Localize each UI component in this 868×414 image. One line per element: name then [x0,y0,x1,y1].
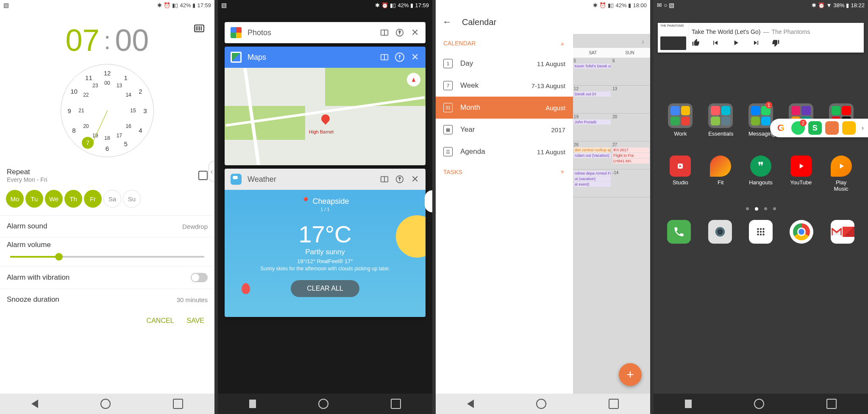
recent-card-maps[interactable]: Maps ✕ High Barnet [225,47,426,165]
balloon-graphic [242,283,250,294]
app-fit[interactable]: Fit [708,156,733,192]
folder-work[interactable]: Work [668,103,693,137]
recent-card-weather[interactable]: Weather ✕ 📍 Cheapside 1 / 1 17°C Partly … [225,169,426,317]
alarm-minute[interactable]: 00 [115,23,149,58]
map-pin-icon [321,114,330,126]
close-icon[interactable]: ✕ [410,175,420,184]
hour-selected[interactable]: 7 [82,137,94,149]
prev-icon[interactable] [711,39,720,47]
day-su[interactable]: Su [123,190,141,208]
alarm-hour[interactable]: 07 [66,23,100,58]
view-day[interactable]: 1 Day 11 August [436,53,573,75]
svg-point-17 [718,230,722,233]
folder-messaging[interactable]: 1Messaging [748,103,773,137]
day-sa[interactable]: Sa [103,190,121,208]
pin-icon[interactable] [395,28,404,37]
google-icon[interactable] [774,121,788,135]
alarm-sound-label[interactable]: Alarm sound [7,222,47,231]
split-icon[interactable] [380,175,389,184]
bluetooth-icon: ✱ [593,2,598,8]
status-bar: ▧ ✱ ⏰ ▮▯ 42% ▮ 17:59 [218,0,432,10]
pin-icon[interactable] [395,53,404,62]
pin-icon[interactable] [395,175,404,184]
volume-slider[interactable] [10,256,204,258]
split-icon[interactable] [380,28,389,37]
calendar-backdrop: › SATSUN 5Kevin Tofel's Derek out (H6 12… [573,34,650,394]
split-icon[interactable] [380,53,389,62]
month-icon: 31 [443,103,453,112]
cancel-button[interactable]: CANCEL [147,317,174,325]
nav-home[interactable] [100,399,111,409]
play-icon[interactable] [731,39,741,47]
nav-back[interactable] [467,400,474,408]
nav-home[interactable] [536,399,546,409]
nav-recent[interactable] [173,399,183,409]
keyboard-icon[interactable] [194,25,204,32]
whatsapp-icon[interactable]: 2 [791,121,805,135]
nav-recent[interactable] [609,399,619,409]
next-icon[interactable] [752,39,760,47]
slack-icon[interactable]: S [808,121,822,135]
svg-point-20 [762,228,764,230]
nav-home[interactable] [754,399,764,409]
clock-face[interactable]: 1200 113 214 315 416 517 618 719 820 921… [61,64,154,157]
folder-essentials[interactable]: Essentials [708,103,733,137]
apps-drawer-icon[interactable] [749,220,773,244]
photos-icon [231,27,242,38]
nav-back[interactable] [249,400,256,408]
clear-all-button[interactable]: CLEAR ALL [291,280,359,297]
weather-page: 1 / 1 [225,207,426,212]
day-mo[interactable]: Mo [6,190,24,208]
smart-bar[interactable]: 2 S › [770,119,868,137]
app-hangouts[interactable]: ❞Hangouts [748,156,773,192]
nav-back[interactable] [31,400,38,408]
gmail-app-icon[interactable] [831,220,854,244]
svg-point-18 [757,228,759,230]
vibration-toggle[interactable] [191,273,208,282]
app-play-music[interactable]: Play Music [829,156,854,192]
close-icon[interactable]: ✕ [410,53,420,62]
nav-home[interactable] [318,399,328,409]
save-button[interactable]: SAVE [187,317,205,325]
edge-handle[interactable] [425,190,432,212]
day-fr[interactable]: Fr [84,190,102,208]
back-arrow-icon[interactable]: ← [442,17,452,28]
day-we[interactable]: We [45,190,63,208]
thumbs-up-icon[interactable] [692,39,700,47]
app-youtube[interactable]: YouTube [789,156,813,192]
music-widget[interactable]: THE PHANTOMS Take The World (Let's Go) —… [658,23,864,53]
view-agenda[interactable]: ☰ Agenda 11 August [436,141,573,163]
recent-card-photos[interactable]: Photos ✕ [225,22,426,43]
thumbs-down-icon[interactable] [771,39,780,47]
compass-icon[interactable] [407,73,420,86]
close-icon[interactable]: ✕ [410,28,420,37]
notification-badge: 1 [765,102,772,108]
phone-app-icon[interactable] [667,220,691,244]
keep-icon[interactable] [842,121,856,135]
picture-icon: ▧ [221,2,227,8]
nav-back[interactable] [685,400,692,408]
view-month[interactable]: 31 Month August [436,97,573,119]
chrome-app-icon[interactable] [790,220,813,244]
svg-point-23 [762,231,764,233]
nav-recent[interactable] [826,399,837,409]
clock: 18:22 [851,2,865,8]
time-colon: : [104,26,111,55]
page-indicator[interactable] [654,207,868,211]
view-week[interactable]: 7 Week 7-13 August [436,75,573,97]
day-th[interactable]: Th [64,190,82,208]
nav-recent[interactable] [391,399,401,409]
calendar-icon[interactable] [198,171,208,180]
app-studio[interactable]: Studio [668,156,693,192]
clock: 18:00 [633,2,647,8]
chevron-right-icon[interactable]: › [859,124,866,132]
camera-app-icon[interactable] [708,220,732,244]
calendar-app-icon[interactable] [825,121,839,135]
tasks-section-header[interactable]: TASKS▼ [436,163,573,181]
add-event-fab[interactable]: + [619,363,642,386]
day-tu[interactable]: Tu [25,190,43,208]
edge-handle[interactable]: ‹ [209,161,214,182]
snooze-label[interactable]: Snooze duration [7,295,59,304]
calendar-section-header[interactable]: CALENDAR▲ [436,34,573,53]
view-year[interactable]: ▦ Year 2017 [436,119,573,141]
